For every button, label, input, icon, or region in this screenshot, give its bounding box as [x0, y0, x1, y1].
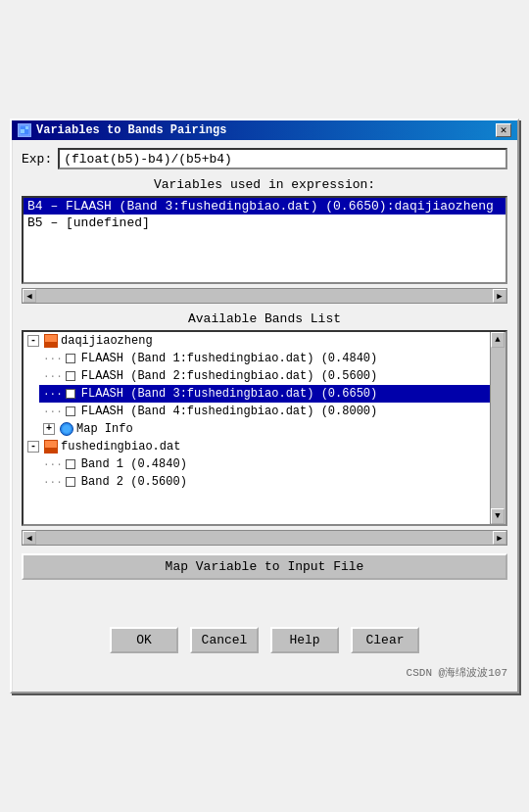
tree-item-7[interactable]: ··· Band 1 (0.4840)	[39, 455, 490, 473]
checkbox-2[interactable]	[66, 371, 75, 381]
scroll-left-icon[interactable]: ◀	[23, 289, 36, 303]
tree-item-5[interactable]: + Map Info	[39, 420, 490, 438]
help-button[interactable]: Help	[270, 627, 339, 653]
dashed-icon-8: ···	[43, 476, 63, 488]
bands-section-label: Available Bands List	[22, 311, 507, 326]
bands-vscrollbar[interactable]: ▲ ▼	[490, 332, 505, 524]
window-title: Variables to Bands Pairings	[36, 123, 226, 137]
folder-img-icon-0	[44, 334, 58, 348]
dashed-icon-2: ···	[43, 370, 63, 382]
expand-icon-0[interactable]: -	[27, 335, 39, 347]
checkbox-3[interactable]	[66, 389, 75, 399]
main-window: Variables to Bands Pairings ✕ Exp: Varia…	[10, 119, 519, 693]
tree-item-label-7: Band 1 (0.4840)	[81, 457, 187, 471]
tree-item-6[interactable]: - fushedingbiao.dat	[24, 438, 490, 455]
window-icon	[18, 123, 31, 137]
tree-item-8[interactable]: ··· Band 2 (0.5600)	[39, 473, 490, 491]
globe-icon-5	[60, 422, 73, 436]
title-bar: Variables to Bands Pairings ✕	[12, 120, 517, 140]
exp-input[interactable]	[58, 148, 507, 169]
tree-item-label-0: daqijiaozheng	[61, 334, 153, 348]
bands-tree[interactable]: - daqijiaozheng ··· FLAASH (Band 1:fushe…	[24, 332, 490, 524]
vars-row-0[interactable]: B4 – FLAASH (Band 3:fushedingbiao.dat) (…	[24, 198, 505, 215]
watermark: CSDN @海绵波波107	[12, 661, 517, 680]
scroll-vtrack	[491, 348, 505, 508]
close-button[interactable]: ✕	[496, 123, 511, 137]
tree-item-label-8: Band 2 (0.5600)	[81, 475, 187, 489]
scroll-up-icon[interactable]: ▲	[491, 332, 505, 348]
bands-scroll-track	[36, 531, 493, 545]
dashed-icon-4: ···	[43, 406, 63, 417]
bottom-buttons: OK Cancel Help Clear	[22, 627, 507, 653]
tree-item-label-1: FLAASH (Band 1:fushedingbiao.dat) (0.484…	[81, 352, 377, 365]
ok-button[interactable]: OK	[110, 627, 178, 653]
map-variable-button[interactable]: Map Variable to Input File	[22, 553, 507, 580]
vars-listbox[interactable]: B4 – FLAASH (Band 3:fushedingbiao.dat) (…	[22, 196, 507, 284]
bands-container: - daqijiaozheng ··· FLAASH (Band 1:fushe…	[22, 330, 507, 526]
tree-item-1[interactable]: ··· FLAASH (Band 1:fushedingbiao.dat) (0…	[39, 350, 490, 367]
scroll-track	[36, 289, 493, 303]
dashed-icon-3: ···	[43, 388, 63, 400]
cancel-button[interactable]: Cancel	[190, 627, 259, 653]
dashed-icon-7: ···	[43, 458, 63, 470]
dashed-icon-1: ···	[43, 353, 63, 364]
scroll-down-icon[interactable]: ▼	[491, 508, 505, 524]
tree-item-label-6: fushedingbiao.dat	[61, 440, 180, 454]
checkbox-1[interactable]	[66, 354, 75, 363]
tree-item-0[interactable]: - daqijiaozheng	[24, 332, 490, 350]
checkbox-4[interactable]	[66, 406, 75, 416]
exp-label: Exp:	[22, 152, 52, 167]
vars-hscrollbar[interactable]: ◀ ▶	[22, 288, 507, 304]
tree-item-label-4: FLAASH (Band 4:fushedingbiao.dat) (0.800…	[81, 405, 377, 418]
title-bar-left: Variables to Bands Pairings	[18, 123, 226, 137]
checkbox-8[interactable]	[66, 477, 75, 487]
clear-button[interactable]: Clear	[351, 627, 419, 653]
tree-item-3[interactable]: ··· FLAASH (Band 3:fushedingbiao.dat) (0…	[39, 385, 490, 403]
expand-icon-6[interactable]: -	[27, 441, 39, 453]
expand-icon-5[interactable]: +	[43, 423, 55, 435]
scroll-right-icon[interactable]: ▶	[493, 289, 506, 303]
checkbox-7[interactable]	[66, 459, 75, 469]
expression-row: Exp:	[22, 148, 507, 169]
vars-row-1[interactable]: B5 – [undefined]	[24, 215, 505, 231]
folder-img-icon-6	[44, 440, 58, 454]
bands-hscrollbar[interactable]: ◀ ▶	[22, 530, 507, 546]
bands-scroll-left-icon[interactable]: ◀	[23, 531, 36, 545]
tree-item-label-3: FLAASH (Band 3:fushedingbiao.dat) (0.665…	[81, 387, 377, 401]
vars-section-label: Variables used in expression:	[22, 177, 507, 192]
svg-rect-1	[21, 129, 24, 133]
tree-item-label-5: Map Info	[76, 422, 133, 436]
svg-rect-2	[25, 126, 28, 129]
bands-scroll-right-icon[interactable]: ▶	[493, 531, 506, 545]
tree-item-label-2: FLAASH (Band 2:fushedingbiao.dat) (0.560…	[81, 369, 377, 383]
tree-item-2[interactable]: ··· FLAASH (Band 2:fushedingbiao.dat) (0…	[39, 367, 490, 385]
content-area: Exp: Variables used in expression: B4 – …	[12, 140, 517, 661]
tree-item-4[interactable]: ··· FLAASH (Band 4:fushedingbiao.dat) (0…	[39, 403, 490, 420]
